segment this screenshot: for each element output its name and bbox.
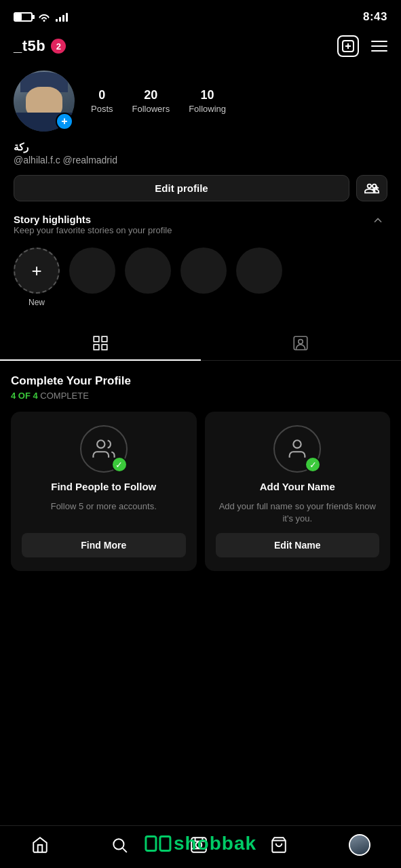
add-content-button[interactable] <box>337 35 359 57</box>
stats-row: 0 Posts 20 Followers 10 Following <box>91 88 387 114</box>
signal-icon <box>56 12 68 22</box>
grid-icon <box>92 334 109 352</box>
complete-profile-section: Complete Your Profile 4 OF 4 COMPLETE ✓ … <box>0 361 401 585</box>
reels-icon <box>189 835 208 854</box>
username-label: _t5b <box>14 37 45 55</box>
avatar-wrap: + <box>14 71 75 132</box>
nav-home[interactable] <box>31 835 50 854</box>
shop-icon <box>269 835 288 854</box>
highlight-item-1[interactable] <box>69 248 115 307</box>
action-buttons: Edit profile <box>0 175 401 214</box>
add-name-desc: Add your full name so your friends know … <box>216 500 380 525</box>
highlights-list: + New <box>14 248 387 313</box>
add-story-button[interactable]: + <box>56 113 73 130</box>
chevron-up-icon <box>371 214 385 227</box>
posts-count: 0 <box>98 88 105 102</box>
tab-tagged[interactable] <box>201 326 402 360</box>
svg-rect-8 <box>102 344 107 350</box>
add-name-check: ✓ <box>305 456 321 473</box>
battery-icon <box>14 12 33 22</box>
find-people-icon-wrap: ✓ <box>80 425 128 473</box>
highlight-circle-2 <box>125 248 171 294</box>
highlights-header: Story highlights Keep your favorite stor… <box>14 214 387 245</box>
progress-suffix: COMPLETE <box>38 391 89 401</box>
profile-row: + 0 Posts 20 Followers 10 Following <box>14 71 387 132</box>
search-icon <box>110 835 129 854</box>
highlight-item-3[interactable] <box>180 248 227 307</box>
new-highlight-button[interactable]: + New <box>14 248 60 307</box>
tabs-row <box>0 326 401 361</box>
svg-rect-7 <box>94 344 99 350</box>
following-count: 10 <box>201 88 214 102</box>
highlight-item-2[interactable] <box>125 248 171 307</box>
posts-stat[interactable]: 0 Posts <box>91 88 113 114</box>
highlight-item-4[interactable] <box>236 248 282 307</box>
status-time: 8:43 <box>363 10 387 24</box>
new-highlight-label: New <box>28 298 45 307</box>
highlight-circle-4 <box>236 248 282 294</box>
svg-line-14 <box>123 848 127 852</box>
add-friend-button[interactable] <box>356 175 387 201</box>
find-more-button[interactable]: Find More <box>22 533 186 557</box>
status-bar: 8:43 <box>0 0 401 30</box>
highlight-circle-3 <box>180 248 227 294</box>
svg-rect-5 <box>94 336 99 342</box>
svg-point-11 <box>97 440 104 448</box>
wifi-icon <box>38 12 50 22</box>
add-name-card: ✓ Add Your Name Add your full name so yo… <box>205 412 391 571</box>
find-people-desc: Follow 5 or more accounts. <box>51 500 157 513</box>
notification-badge[interactable]: 2 <box>51 39 66 54</box>
svg-point-12 <box>294 440 301 448</box>
profile-cards-row: ✓ Find People to Follow Follow 5 or more… <box>11 412 390 571</box>
highlights-title-group: Story highlights Keep your favorite stor… <box>14 214 172 245</box>
edit-name-button[interactable]: Edit Name <box>216 533 380 557</box>
posts-label: Posts <box>91 104 113 114</box>
following-stat[interactable]: 10 Following <box>189 88 226 114</box>
tagged-icon <box>292 334 309 352</box>
new-highlight-circle: + <box>14 248 60 294</box>
menu-button[interactable] <box>371 41 387 52</box>
nav-search[interactable] <box>110 835 129 854</box>
bio-section: ركة @alhilal.f.c @realmadrid <box>0 141 401 175</box>
svg-rect-6 <box>102 336 107 342</box>
followers-stat[interactable]: 20 Followers <box>132 88 170 114</box>
bio-handle: @alhilal.f.c @realmadrid <box>14 155 387 165</box>
find-people-card: ✓ Find People to Follow Follow 5 or more… <box>11 412 197 571</box>
svg-rect-15 <box>192 837 207 852</box>
nav-actions <box>337 35 387 57</box>
status-left <box>14 12 68 22</box>
bio-name: ركة <box>14 141 387 153</box>
username-section: _t5b 2 <box>14 37 66 55</box>
highlights-subtitle: Keep your favorite stories on your profi… <box>14 225 172 235</box>
followers-label: Followers <box>132 104 170 114</box>
nav-profile[interactable] <box>349 834 370 856</box>
highlights-collapse-button[interactable] <box>368 214 387 231</box>
home-icon <box>31 835 50 854</box>
bottom-nav <box>0 825 401 868</box>
profile-avatar-nav <box>349 834 370 856</box>
people-icon <box>92 437 115 460</box>
find-people-title: Find People to Follow <box>51 481 156 492</box>
following-label: Following <box>189 104 226 114</box>
profile-section: + 0 Posts 20 Followers 10 Following <box>0 65 401 132</box>
followers-count: 20 <box>144 88 157 102</box>
edit-profile-button[interactable]: Edit profile <box>14 175 349 201</box>
plus-icon: + <box>31 260 41 281</box>
top-nav: _t5b 2 <box>0 30 401 65</box>
find-people-check: ✓ <box>111 456 128 473</box>
highlight-circle-1 <box>69 248 115 294</box>
tab-grid[interactable] <box>0 326 201 360</box>
add-name-icon-wrap: ✓ <box>273 425 321 473</box>
svg-point-16 <box>196 842 202 848</box>
highlights-title: Story highlights <box>14 214 172 225</box>
svg-point-10 <box>299 340 303 344</box>
add-person-icon <box>364 181 379 196</box>
story-highlights: Story highlights Keep your favorite stor… <box>0 214 401 319</box>
nav-reels[interactable] <box>189 835 208 854</box>
complete-profile-title: Complete Your Profile <box>11 374 390 388</box>
add-name-title: Add Your Name <box>260 481 335 492</box>
complete-profile-progress: 4 OF 4 COMPLETE <box>11 391 390 401</box>
progress-count: 4 OF 4 <box>11 391 38 401</box>
svg-point-13 <box>113 839 123 849</box>
nav-shop[interactable] <box>269 835 288 854</box>
